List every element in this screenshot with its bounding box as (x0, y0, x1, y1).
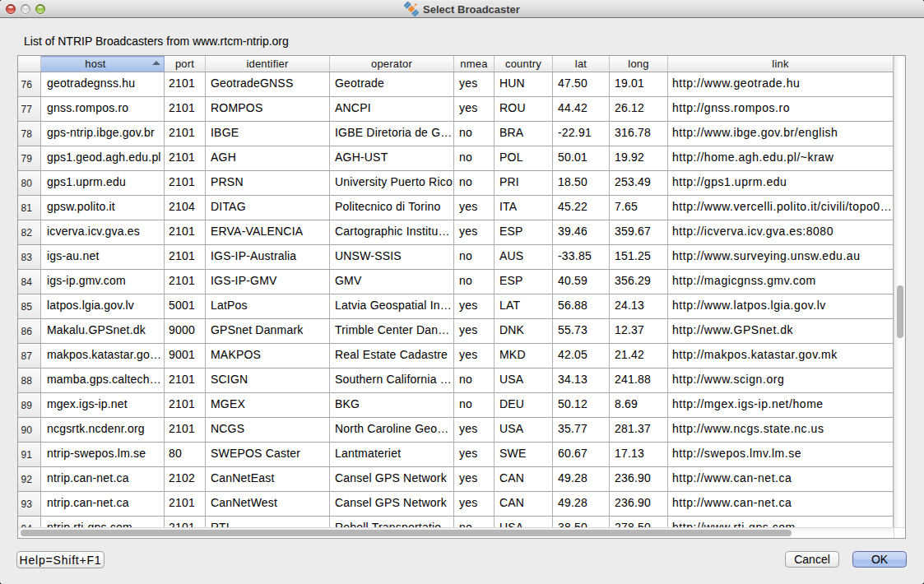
cell-country[interactable]: DEU (495, 393, 553, 418)
horizontal-scrollbar[interactable] (18, 527, 894, 538)
cell-long[interactable]: 356.29 (610, 270, 668, 294)
cell-port[interactable]: 2101 (165, 146, 206, 171)
cell-link[interactable]: http://www.GPSnet.dk (668, 319, 894, 344)
cell-operator[interactable]: Rebell Transportatio… (330, 517, 454, 527)
cell-operator[interactable]: Cansel GPS Network (330, 467, 454, 492)
cell-country[interactable]: ITA (495, 196, 553, 220)
cell-link[interactable]: http://www.latpos.lgia.gov.lv (668, 294, 894, 319)
cell-host[interactable]: mamba.gps.caltech… (41, 368, 165, 393)
cell-identifier[interactable]: ROMPOS (206, 97, 330, 122)
cell-long[interactable]: 253.49 (610, 171, 668, 196)
cell-port[interactable]: 2101 (165, 72, 206, 97)
cell-operator[interactable]: BKG (330, 393, 454, 418)
cell-lat[interactable]: -33.85 (553, 245, 610, 270)
cell-nmea[interactable]: yes (454, 443, 495, 467)
cell-identifier[interactable]: IGS-IP-Australia (206, 245, 330, 270)
cell-link[interactable]: http://www.ibge.gov.br/english (668, 122, 894, 146)
cell-operator[interactable]: Trimble Center Dan… (330, 319, 454, 344)
cell-identifier[interactable]: GeotradeGNSS (206, 72, 330, 97)
cell-link[interactable]: http://www.ncgs.state.nc.us (668, 418, 894, 443)
cell-country[interactable]: AUS (495, 245, 553, 270)
ok-button[interactable]: OK (852, 551, 907, 568)
cell-nmea[interactable]: no (454, 270, 495, 294)
cell-lat[interactable]: 55.73 (553, 319, 610, 344)
cell-operator[interactable]: Southern California … (330, 368, 454, 393)
cell-operator[interactable]: UNSW-SSIS (330, 245, 454, 270)
cell-lat[interactable]: 35.77 (553, 418, 610, 443)
cell-link[interactable]: http://gnss.rompos.ro (668, 97, 894, 122)
cell-port[interactable]: 2101 (165, 270, 206, 294)
cell-port[interactable]: 2101 (165, 492, 206, 517)
cell-country[interactable]: USA (495, 517, 553, 527)
cell-identifier[interactable]: CanNetEast (206, 467, 330, 492)
cell-nmea[interactable]: no (454, 171, 495, 196)
cell-identifier[interactable]: MGEX (206, 393, 330, 418)
cell-port[interactable]: 2101 (165, 393, 206, 418)
cell-operator[interactable]: Geotrade (330, 72, 454, 97)
cell-host[interactable]: ntrip-swepos.lm.se (41, 443, 165, 467)
cell-long[interactable]: 26.12 (610, 97, 668, 122)
cell-country[interactable]: DNK (495, 319, 553, 344)
cell-nmea[interactable]: yes (454, 319, 495, 344)
cell-country[interactable]: MKD (495, 344, 553, 368)
cell-country[interactable]: CAN (495, 467, 553, 492)
cell-country[interactable]: HUN (495, 72, 553, 97)
cell-long[interactable]: 236.90 (610, 492, 668, 517)
cell-country[interactable]: USA (495, 418, 553, 443)
cell-country[interactable]: ROU (495, 97, 553, 122)
cell-link[interactable]: http://www.geotrade.hu (668, 72, 894, 97)
cell-operator[interactable]: GMV (330, 270, 454, 294)
cell-country[interactable]: ESP (495, 220, 553, 245)
cell-long[interactable]: 12.37 (610, 319, 668, 344)
cell-host[interactable]: ntrip.rti-gps.com (41, 517, 165, 527)
cell-host[interactable]: ncgsrtk.ncdenr.org (41, 418, 165, 443)
cell-link[interactable]: http://home.agh.edu.pl/~kraw (668, 146, 894, 171)
cell-port[interactable]: 2102 (165, 467, 206, 492)
cell-operator[interactable]: Politecnico di Torino (330, 196, 454, 220)
cell-operator[interactable]: Lantmateriet (330, 443, 454, 467)
column-header-identifier[interactable]: identifier (206, 56, 330, 72)
cell-link[interactable]: http://swepos.lmv.lm.se (668, 443, 894, 467)
cell-identifier[interactable]: SCIGN (206, 368, 330, 393)
cell-identifier[interactable]: DITAG (206, 196, 330, 220)
cell-link[interactable]: http://www.can-net.ca (668, 492, 894, 517)
cell-long[interactable]: 241.88 (610, 368, 668, 393)
cell-link[interactable]: http://www.surveying.unsw.edu.au (668, 245, 894, 270)
cell-country[interactable]: BRA (495, 122, 553, 146)
cell-host[interactable]: gpsw.polito.it (41, 196, 165, 220)
vertical-scrollbar[interactable] (894, 56, 905, 527)
vertical-scrollbar-thumb[interactable] (897, 285, 903, 338)
cell-long[interactable]: 236.90 (610, 467, 668, 492)
cell-port[interactable]: 9000 (165, 319, 206, 344)
cell-operator[interactable]: IGBE Diretoria de G… (330, 122, 454, 146)
cell-identifier[interactable]: RTI (206, 517, 330, 527)
cell-identifier[interactable]: CanNetWest (206, 492, 330, 517)
cell-nmea[interactable]: no (454, 146, 495, 171)
cell-nmea[interactable]: no (454, 368, 495, 393)
cell-host[interactable]: icverva.icv.gva.es (41, 220, 165, 245)
cell-link[interactable]: http://www.rti-gps.com (668, 517, 894, 527)
cell-long[interactable]: 8.69 (610, 393, 668, 418)
cell-operator[interactable]: Latvia Geospatial In… (330, 294, 454, 319)
cell-nmea[interactable]: no (454, 517, 495, 527)
cell-lat[interactable]: 60.67 (553, 443, 610, 467)
cell-operator[interactable]: Cansel GPS Network (330, 492, 454, 517)
cell-identifier[interactable]: ERVA-VALENCIA (206, 220, 330, 245)
cell-country[interactable]: USA (495, 368, 553, 393)
cell-host[interactable]: igs-au.net (41, 245, 165, 270)
cancel-button[interactable]: Cancel (785, 551, 839, 568)
column-header-long[interactable]: long (610, 56, 668, 72)
cell-port[interactable]: 2101 (165, 122, 206, 146)
cell-port[interactable]: 2101 (165, 220, 206, 245)
cell-identifier[interactable]: GPSnet Danmark (206, 319, 330, 344)
column-header-host[interactable]: host (41, 56, 165, 72)
cell-lat[interactable]: 49.28 (553, 492, 610, 517)
help-button[interactable]: Help=Shift+F1 (16, 551, 104, 568)
cell-nmea[interactable]: yes (454, 97, 495, 122)
cell-identifier[interactable]: IGS-IP-GMV (206, 270, 330, 294)
column-header-lat[interactable]: lat (553, 56, 610, 72)
cell-long[interactable]: 359.67 (610, 220, 668, 245)
cell-host[interactable]: gps1.uprm.edu (41, 171, 165, 196)
column-header-link[interactable]: link (668, 56, 894, 72)
cell-host[interactable]: gps1.geod.agh.edu.pl (41, 146, 165, 171)
